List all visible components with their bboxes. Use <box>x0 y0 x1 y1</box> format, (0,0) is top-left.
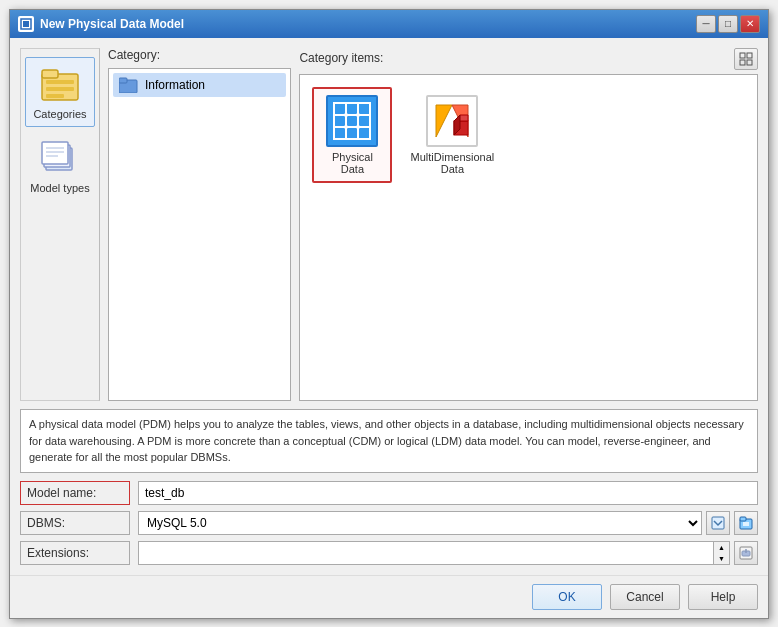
svg-rect-37 <box>740 517 746 521</box>
minimize-button[interactable]: ─ <box>696 15 716 33</box>
category-panel: Category: Information <box>108 48 291 402</box>
extensions-label: Extensions: <box>20 541 130 565</box>
sidebar-model-types-label: Model types <box>30 182 89 194</box>
extensions-row: Extensions: ▲ ▼ <box>20 541 758 565</box>
model-name-label: Model name: <box>20 481 130 505</box>
help-button[interactable]: Help <box>688 584 758 610</box>
svg-rect-5 <box>46 87 74 91</box>
svg-rect-16 <box>747 53 752 58</box>
title-bar-icon <box>18 16 34 32</box>
svg-rect-14 <box>119 78 127 83</box>
extensions-spinner: ▲ ▼ <box>713 542 729 564</box>
grid-view-button[interactable] <box>734 48 758 70</box>
dbms-select-row: MySQL 5.0 MySQL 4.0 Oracle 12c Microsoft… <box>138 511 758 535</box>
dialog-content: Categories Model typ <box>10 38 768 575</box>
svg-point-27 <box>344 125 348 129</box>
svg-rect-18 <box>747 60 752 65</box>
category-information-text: Information <box>145 78 205 92</box>
svg-point-28 <box>356 125 360 129</box>
extensions-up-button[interactable]: ▲ <box>714 542 729 553</box>
extensions-field: ▲ ▼ <box>138 541 730 565</box>
sidebar-item-model-types[interactable]: Model types <box>25 131 95 201</box>
extensions-browse-button[interactable] <box>734 541 758 565</box>
dialog-footer: OK Cancel Help <box>10 575 768 618</box>
items-panel: Category items: <box>299 48 758 402</box>
title-bar-controls: ─ □ ✕ <box>696 15 760 33</box>
close-button[interactable]: ✕ <box>740 15 760 33</box>
category-label: Category: <box>108 48 291 62</box>
svg-rect-29 <box>428 97 476 145</box>
category-list: Information <box>108 68 291 402</box>
categories-icon <box>40 64 80 104</box>
description-text: A physical data model (PDM) helps you to… <box>29 416 749 466</box>
dbms-open-button[interactable] <box>706 511 730 535</box>
sidebar-categories-label: Categories <box>33 108 86 120</box>
svg-rect-35 <box>712 517 724 529</box>
dialog-window: New Physical Data Model ─ □ ✕ <box>9 9 769 619</box>
dbms-label: DBMS: <box>20 511 130 535</box>
svg-rect-17 <box>740 60 745 65</box>
ok-button[interactable]: OK <box>532 584 602 610</box>
multidimensional-data-label: MultiDimensional Data <box>411 151 495 175</box>
items-label: Category items: <box>299 51 383 65</box>
item-physical-data[interactable]: Physical Data <box>312 87 392 183</box>
title-bar-text: New Physical Data Model <box>40 17 690 31</box>
cancel-button[interactable]: Cancel <box>610 584 680 610</box>
svg-rect-4 <box>46 80 74 84</box>
information-icon <box>119 77 139 93</box>
physical-data-icon <box>326 95 378 147</box>
svg-point-26 <box>356 113 360 117</box>
extensions-down-button[interactable]: ▼ <box>714 553 729 564</box>
form-section: Model name: DBMS: MySQL 5.0 MySQL 4.0 Or… <box>20 481 758 565</box>
model-name-row: Model name: <box>20 481 758 505</box>
svg-rect-1 <box>23 21 29 27</box>
dbms-browse-button[interactable] <box>734 511 758 535</box>
physical-data-label: Physical Data <box>322 151 382 175</box>
maximize-button[interactable]: □ <box>718 15 738 33</box>
svg-rect-19 <box>328 97 376 145</box>
title-bar: New Physical Data Model ─ □ ✕ <box>10 10 768 38</box>
multidimensional-data-icon <box>426 95 478 147</box>
category-item-information[interactable]: Information <box>113 73 286 97</box>
sidebar: Categories Model typ <box>20 48 100 402</box>
items-list: Physical Data <box>299 74 758 402</box>
description-area: A physical data model (PDM) helps you to… <box>20 409 758 473</box>
svg-rect-9 <box>42 142 68 164</box>
items-header: Category items: <box>299 48 758 70</box>
dbms-row: DBMS: MySQL 5.0 MySQL 4.0 Oracle 12c Mic… <box>20 511 758 535</box>
dbms-select[interactable]: MySQL 5.0 MySQL 4.0 Oracle 12c Microsoft… <box>138 511 702 535</box>
item-multidimensional-data[interactable]: MultiDimensional Data <box>412 87 492 183</box>
model-name-input[interactable] <box>138 481 758 505</box>
svg-rect-15 <box>740 53 745 58</box>
sidebar-item-categories[interactable]: Categories <box>25 57 95 127</box>
main-area: Categories Model typ <box>20 48 758 402</box>
svg-rect-3 <box>42 70 58 78</box>
svg-point-25 <box>344 113 348 117</box>
model-types-icon <box>40 138 80 178</box>
svg-rect-6 <box>46 94 64 98</box>
